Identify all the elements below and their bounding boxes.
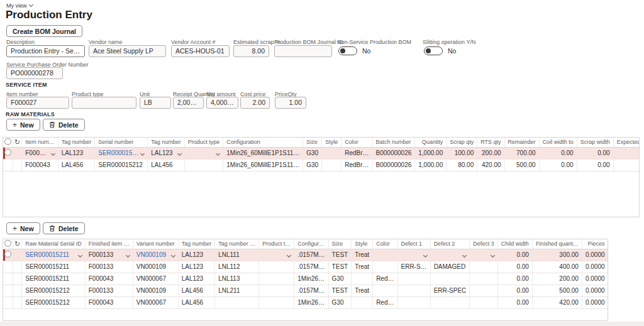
table-row[interactable]: SER000015211 F000133 VN000109 LAL123 LNL… <box>3 249 608 261</box>
table-row[interactable]: SER000015212 F000043 VN000067 LAL456 1Mi… <box>3 296 608 308</box>
select-all-radio[interactable] <box>3 138 13 147</box>
refresh-button[interactable]: ↻ <box>13 138 22 147</box>
trash-icon <box>49 121 55 128</box>
col-header[interactable]: Remainder <box>504 138 539 147</box>
net-amount-input[interactable]: 4,000.00 <box>206 97 238 109</box>
chevron-down-icon[interactable] <box>423 253 428 257</box>
chevron-down-icon[interactable] <box>462 253 467 257</box>
chevron-down-icon[interactable] <box>51 151 55 155</box>
raw-materials-section-title: RAW MATERIALS <box>6 111 55 117</box>
view-selector-label: My view <box>6 3 27 9</box>
table-row[interactable]: SER000015211 F000043 VN000067 LAL123 LNL… <box>3 273 608 285</box>
slitting-operation-toggle[interactable] <box>424 46 443 55</box>
create-bom-journal-label: Create BOM Journal <box>13 28 76 35</box>
description-input[interactable]: Production Entry - Service PO: P… <box>6 45 85 57</box>
col-header[interactable]: RTS qty <box>477 138 504 147</box>
unit-input[interactable]: LB <box>140 97 171 109</box>
finished-goods-new-button[interactable]: + New <box>6 222 40 234</box>
col-header[interactable]: Expected scrap… <box>613 138 640 147</box>
col-header[interactable]: Finished quant… <box>532 239 582 249</box>
col-header[interactable]: Variant number <box>133 239 178 249</box>
non-service-bom-toggle[interactable] <box>338 46 357 55</box>
chevron-down-icon[interactable] <box>171 253 175 257</box>
col-header[interactable]: Product type <box>184 138 223 147</box>
refresh-button[interactable]: ↻ <box>13 239 22 249</box>
circle-icon <box>4 149 11 156</box>
new-button-label: New <box>20 121 34 129</box>
col-header[interactable]: Tag number <box>148 138 185 147</box>
col-header[interactable]: Child width <box>497 239 532 249</box>
vendor-name-input[interactable]: Ace Steel Supply LP <box>89 45 166 57</box>
chevron-down-icon[interactable] <box>78 253 82 257</box>
col-header[interactable]: Style <box>322 138 341 147</box>
circle-icon <box>4 240 11 247</box>
table-row[interactable]: F000043 LAL456 SER000015212 LAL456 1Min2… <box>3 159 640 171</box>
row-select-radio[interactable] <box>3 147 13 159</box>
toggle-knob-icon <box>340 48 345 53</box>
col-header[interactable]: Defect 1 <box>397 239 430 249</box>
chevron-down-icon[interactable] <box>216 151 220 155</box>
item-number-input[interactable]: F000027 <box>6 97 69 109</box>
col-header[interactable]: Product t… <box>259 239 294 249</box>
finished-goods-grid: ↻ Raw Material Serial ID Finished item …… <box>3 239 608 321</box>
col-header[interactable]: Tag number … <box>215 239 259 249</box>
vendor-name-label: Vendor name <box>89 39 123 45</box>
chevron-down-icon[interactable] <box>491 253 495 257</box>
chevron-down-icon[interactable] <box>287 253 291 257</box>
raw-materials-delete-button[interactable]: Delete <box>43 119 85 131</box>
col-header[interactable]: Tag number <box>58 138 95 147</box>
chevron-down-icon[interactable] <box>177 151 182 155</box>
production-bom-journal-id-input[interactable] <box>274 45 332 57</box>
non-service-bom-label: Non-Service Production BOM <box>337 39 411 45</box>
view-selector[interactable]: My view <box>6 3 33 9</box>
estimated-scrap-label: Estimated scrap % <box>233 39 280 45</box>
col-header[interactable]: Scrap width <box>577 138 613 147</box>
col-header[interactable]: Defect 2 <box>430 239 470 249</box>
col-header[interactable]: Color <box>341 138 372 147</box>
price-qty-input[interactable]: 1.00 <box>275 97 306 109</box>
col-header[interactable]: Configuration <box>223 138 303 147</box>
page-title: Production Entry <box>6 9 92 21</box>
toggle-knob-icon <box>426 48 431 53</box>
create-bom-journal-button[interactable]: Create BOM Journal <box>6 25 82 37</box>
estimated-scrap-input[interactable]: 8.00 <box>233 45 269 57</box>
col-header[interactable]: Pieces <box>582 239 608 249</box>
col-header[interactable]: Defect 3 <box>470 239 498 249</box>
col-header[interactable]: Color <box>373 239 397 249</box>
col-header[interactable]: Size <box>328 239 352 249</box>
chevron-down-icon[interactable] <box>140 151 145 155</box>
vendor-account-input[interactable]: ACES-HOUS-01 <box>171 45 230 57</box>
col-header[interactable]: Style <box>352 239 373 249</box>
cost-price-input[interactable]: 2.00 <box>240 97 270 109</box>
raw-materials-new-button[interactable]: + New <box>6 119 40 131</box>
col-header[interactable]: Tag number <box>178 239 215 249</box>
select-all-radio[interactable] <box>3 239 13 249</box>
page-bottom-strip <box>0 322 644 326</box>
col-header[interactable]: Batch number <box>372 138 415 147</box>
delete-button-label: Delete <box>58 121 79 129</box>
row-select-radio[interactable] <box>3 249 13 261</box>
finished-goods-delete-button[interactable]: Delete <box>43 222 85 234</box>
table-row[interactable]: F000… LAL123 SER000015… LAL123 1Min26_60… <box>3 147 640 159</box>
raw-materials-header-row: ↻ Item num… Tag number Serial number Tag… <box>3 138 640 147</box>
table-row[interactable]: SER000015211 F000133 VN000109 LAL123 LNL… <box>3 261 608 273</box>
col-header[interactable]: Finished item … <box>85 239 133 249</box>
col-header[interactable]: Coil width to <box>539 138 577 147</box>
table-row[interactable]: SER000015212 F000133 VN000109 LAL456 LNL… <box>3 285 608 296</box>
new-button-label: New <box>20 225 34 232</box>
col-header[interactable]: Item num… <box>22 138 58 147</box>
col-header[interactable]: Size <box>303 138 322 147</box>
production-bom-journal-id-label: Production BOM Journal ID <box>274 39 343 45</box>
col-header[interactable]: Scrap qty <box>447 138 477 147</box>
service-po-number-input[interactable]: PO000000278 <box>6 67 63 79</box>
col-header[interactable]: Serial number <box>95 138 148 147</box>
finished-goods-header-row: ↻ Raw Material Serial ID Finished item …… <box>3 239 608 249</box>
vendor-account-label: Vendor Account # <box>171 39 216 45</box>
circle-icon <box>4 138 11 145</box>
col-header[interactable]: Configur… <box>294 239 328 249</box>
receipt-quantity-input[interactable]: 2,000.00 <box>173 97 204 109</box>
col-header[interactable]: Quantity <box>415 138 447 147</box>
product-type-input[interactable] <box>72 97 136 109</box>
chevron-down-icon[interactable] <box>126 253 130 257</box>
col-header[interactable]: Raw Material Serial ID <box>22 239 86 249</box>
